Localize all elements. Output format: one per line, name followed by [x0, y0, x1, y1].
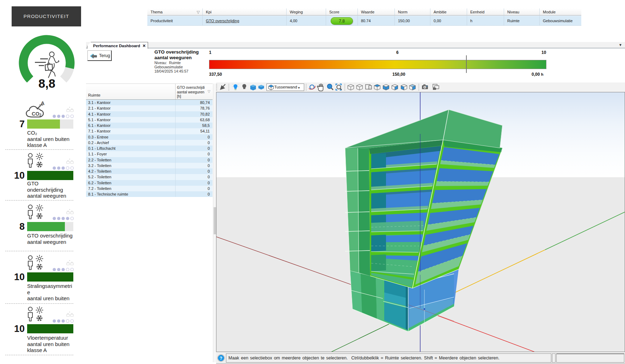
svg-text:?: ?: [220, 356, 222, 361]
svg-text:CO2: CO2: [32, 111, 42, 117]
svg-text:A: A: [41, 100, 45, 106]
